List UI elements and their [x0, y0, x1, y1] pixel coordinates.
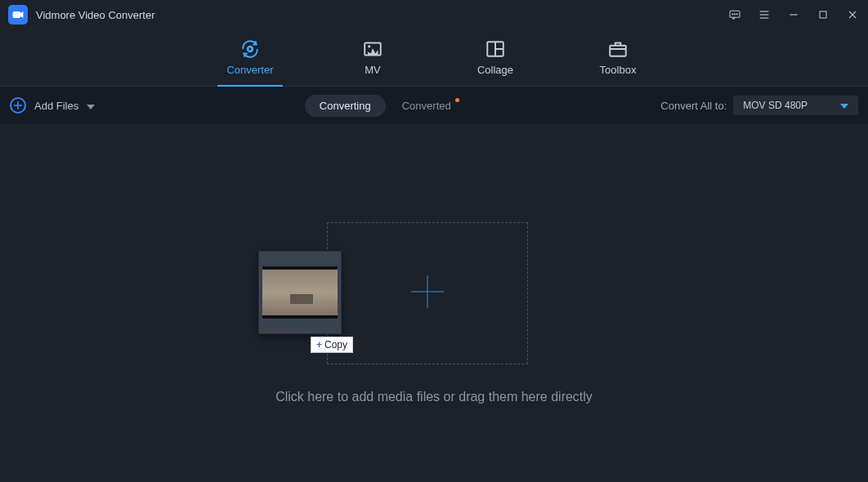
app-logo [8, 5, 28, 25]
camera-icon [11, 9, 25, 20]
tab-mv[interactable]: MV [340, 29, 405, 86]
tab-label: Converter [226, 64, 273, 76]
convert-all-label: Convert All to: [660, 100, 727, 112]
converter-icon [239, 39, 261, 59]
thumb-media [262, 270, 338, 315]
svg-point-4 [734, 14, 735, 15]
toolbox-icon [607, 39, 629, 59]
titlebar: Vidmore Video Converter [0, 0, 868, 29]
menu-icon[interactable] [757, 7, 772, 22]
plus-icon: + [316, 339, 322, 350]
converting-label: Converting [320, 100, 371, 112]
status-tabs: Converting Converted [305, 95, 451, 117]
tab-label: MV [365, 64, 381, 76]
titlebar-left: Vidmore Video Converter [8, 5, 155, 25]
tab-label: Collage [477, 64, 513, 76]
feedback-icon[interactable] [727, 7, 742, 22]
tab-collage[interactable]: Collage [463, 29, 528, 86]
format-select[interactable]: MOV SD 480P [733, 96, 858, 115]
dropzone-hint: Click here to add media files or drag th… [0, 390, 868, 404]
converted-label: Converted [402, 100, 451, 112]
maximize-button[interactable] [816, 7, 830, 22]
format-value: MOV SD 480P [743, 100, 808, 111]
dropzone[interactable] [327, 222, 528, 364]
dragged-thumbnail[interactable] [258, 251, 342, 334]
svg-point-3 [732, 14, 733, 15]
add-files-label: Add Files [34, 100, 78, 112]
close-button[interactable] [845, 7, 860, 22]
copy-cursor-badge: + Copy [311, 337, 353, 353]
thumb-letterbox-bottom [262, 315, 338, 319]
main-nav: Converter MV Collage [0, 29, 868, 87]
tab-label: Toolbox [600, 64, 637, 76]
copy-label: Copy [324, 339, 347, 350]
collage-icon [485, 39, 506, 59]
tab-converter[interactable]: Converter [217, 29, 283, 86]
plus-circle-icon [10, 97, 26, 114]
chevron-down-icon [87, 98, 95, 113]
plus-icon [408, 272, 447, 315]
add-files-button[interactable]: Add Files [10, 97, 95, 114]
svg-point-15 [368, 45, 370, 47]
app-title: Vidmore Video Converter [36, 9, 155, 21]
chevron-down-icon [840, 100, 848, 111]
svg-rect-10 [820, 11, 826, 18]
thumb-object [290, 294, 313, 304]
tab-toolbox[interactable]: Toolbox [585, 29, 651, 86]
converted-tab[interactable]: Converted [402, 100, 451, 112]
content-area: + Copy Click here to add media files or … [0, 124, 868, 482]
convert-all-group: Convert All to: MOV SD 480P [660, 96, 858, 115]
svg-rect-19 [610, 46, 626, 56]
svg-point-5 [736, 14, 737, 15]
toolbar: Add Files Converting Converted Convert A… [0, 87, 868, 124]
notification-dot-icon [455, 98, 459, 102]
mv-icon [362, 39, 383, 59]
minimize-button[interactable] [786, 7, 801, 22]
converting-tab[interactable]: Converting [305, 95, 386, 117]
window-controls [727, 7, 860, 22]
